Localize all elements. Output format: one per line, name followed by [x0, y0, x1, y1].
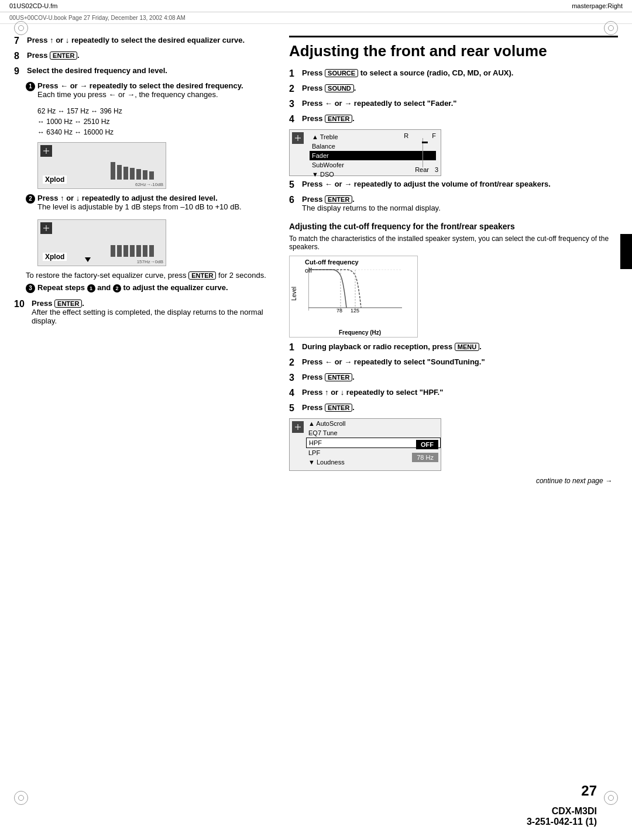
step-7-text: Press ↑ or ↓ Press ↑ or ↓ repeatedly to … — [27, 36, 245, 44]
right-step-2-text: Press SOUND. — [302, 84, 356, 92]
sub-step-2-body: The level is adjustable by 1 dB steps fr… — [37, 202, 272, 211]
cutoff-step-5-num: 5 — [289, 403, 302, 414]
header-left: 01US02CD-U.fm — [9, 2, 58, 9]
freq-table: 62 Hz ↔ 157 Hz ↔ 396 Hz ↔ 1000 Hz ↔ 2510… — [37, 106, 272, 137]
source-key: SOURCE — [325, 69, 358, 77]
step-7: 7 Press ↑ or ↓ Press ↑ or ↓ repeatedly t… — [14, 36, 272, 46]
right-step-3-text: Press ← or → repeatedly to select "Fader… — [302, 99, 457, 108]
right-step-1-text: Press SOURCE to select a source (radio, … — [302, 68, 513, 77]
sub-step-2: 2 Press ↑ or ↓ repeatedly to adjust the … — [26, 194, 272, 266]
sub-step-2-bold: Press ↑ or ↓ repeatedly to adjust the de… — [37, 194, 218, 202]
cutoff-body: To match the characteristics of the inst… — [289, 235, 618, 251]
step-10-text: Press ENTER. — [32, 299, 84, 308]
freq-line-2: ↔ 1000 Hz ↔ 2510 Hz — [37, 116, 272, 127]
sub-step-1-content: Press ← or → repeatedly to select the de… — [37, 81, 272, 102]
freq-line-1: 62 Hz ↔ 157 Hz ↔ 396 Hz — [37, 106, 272, 116]
circle-1: 1 — [26, 82, 35, 91]
eq-bar — [111, 162, 115, 180]
eq-bar — [143, 245, 147, 257]
step-7-num: 7 — [14, 36, 27, 46]
cutoff-step-4-num: 4 — [289, 388, 302, 398]
model-name: CDX-M3DI — [527, 806, 597, 817]
right-step-6-num: 6 — [289, 195, 302, 205]
restore-text: To restore the factory-set equalizer cur… — [26, 271, 272, 280]
cutoff-step-3-num: 3 — [289, 373, 302, 383]
svg-text:78: 78 — [336, 308, 342, 314]
right-step-4: 4 Press ENTER. — [289, 114, 618, 125]
cutoff-step-2-text: Press ← or → repeatedly to select "Sound… — [302, 357, 485, 366]
sub-step-1-bold: Press ← or → repeatedly to select the de… — [37, 81, 243, 90]
right-step-6: 6 Press ENTER. The display returns to th… — [289, 195, 618, 216]
step-9-text: Select the desired frequency and level. — [27, 66, 167, 75]
eq-marker — [85, 257, 91, 262]
eq-display-1-label: Xplod — [43, 175, 67, 184]
eq-bar — [117, 165, 122, 180]
right-column: Adjusting the front and rear volume 1 Pr… — [289, 36, 618, 485]
model-part-number: 3-251-042-11 (1) — [527, 817, 597, 827]
right-step-6-text: Press ENTER. — [302, 195, 355, 204]
eq-bar — [117, 245, 122, 257]
continue-next-page: continue to next page → — [289, 477, 612, 485]
right-step-3-content: Press ← or → repeatedly to select "Fader… — [302, 99, 618, 108]
eq-bar — [123, 245, 128, 257]
right-step-6-body: The display returns to the normal displa… — [302, 204, 618, 212]
cutoff-step-1: 1 During playback or radio reception, pr… — [289, 342, 618, 353]
right-step-5-num: 5 — [289, 180, 302, 190]
cutoff-step-3-content: Press ENTER. — [302, 373, 618, 381]
right-step-4-text: Press ENTER. — [302, 114, 355, 123]
right-step-4-num: 4 — [289, 114, 302, 125]
step-10: 10 Press ENTER. After the effect setting… — [14, 299, 272, 329]
step-9-content: Select the desired frequency and level. — [27, 66, 272, 75]
header-right: masterpage:Right — [572, 2, 623, 9]
enter-key-c2: ENTER — [325, 404, 352, 412]
cutoff-step-2-content: Press ← or → repeatedly to select "Sound… — [302, 357, 618, 366]
right-step-2: 2 Press SOUND. — [289, 84, 618, 94]
eq-bar — [130, 168, 135, 180]
cutoff-level-label: Level — [291, 268, 297, 319]
corner-mark-bl — [14, 791, 28, 805]
hpf-value-78hz: 78 Hz — [412, 453, 438, 462]
page-number: 27 — [581, 783, 597, 799]
sub-step-3: 3 Repeat steps 1 and 2 to adjust the equ… — [26, 283, 272, 293]
eq-bars-2 — [111, 245, 154, 257]
eq-bar — [136, 169, 141, 180]
cutoff-svg: 78 125 — [308, 267, 408, 314]
header-bar: 01US02CD-U.fm masterpage:Right — [0, 0, 632, 12]
cutoff-step-5: 5 Press ENTER. — [289, 403, 618, 414]
right-step-3: 3 Press ← or → repeatedly to select "Fad… — [289, 99, 618, 109]
freq-line-3: ↔ 6340 Hz ↔ 16000 Hz — [37, 127, 272, 137]
right-step-6-content: Press ENTER. The display returns to the … — [302, 195, 618, 216]
step-10-body: After the effect setting is completed, t… — [32, 308, 272, 325]
eq-display-2: Xplod 157Hz→0dB — [37, 219, 166, 266]
eq-icon-2 — [40, 222, 52, 234]
sub-step-3-content: Repeat steps 1 and 2 to adjust the equal… — [37, 283, 272, 292]
eq-display-2-label: Xplod — [43, 253, 67, 261]
corner-mark-br — [604, 791, 618, 805]
fader-indicator — [422, 142, 428, 143]
fader-f-label: F — [432, 132, 436, 139]
circle-2: 2 — [26, 194, 35, 204]
enter-key-c1: ENTER — [325, 373, 352, 381]
sub-step-3-bold: Repeat steps 1 and 2 to adjust the equal… — [37, 283, 228, 292]
right-step-4-content: Press ENTER. — [302, 114, 618, 123]
step-10-content: Press ENTER. After the effect setting is… — [32, 299, 272, 329]
cutoff-step-4-text: Press ↑ or ↓ repeatedly to select "HPF." — [302, 388, 443, 397]
cutoff-step-3-text: Press ENTER. — [302, 373, 355, 381]
enter-key-2: ENTER — [188, 271, 216, 280]
circle-3: 3 — [26, 284, 35, 293]
cutoff-diagram: Level Cut-off frequency off — [289, 256, 418, 338]
eq-display-1: Xplod 62Hz→-10dB — [37, 142, 166, 189]
eq-freq-label-1: 62Hz→-10dB — [135, 182, 163, 187]
cutoff-content: Cut-off frequency off — [303, 256, 417, 337]
step-7-content: Press ↑ or ↓ Press ↑ or ↓ repeatedly to … — [27, 36, 272, 44]
step-8: 8 Press ENTER. — [14, 51, 272, 61]
cutoff-step-4-content: Press ↑ or ↓ repeatedly to select "HPF." — [302, 388, 618, 397]
fader-r-label: R — [404, 132, 408, 139]
step-9-num: 9 — [14, 66, 27, 77]
hpf-display: ▲ AutoScroll EQ7 Tune HPF LPF ▼ Loudness… — [289, 418, 441, 471]
hpf-item-autoscroll: ▲ AutoScroll — [306, 419, 441, 428]
cutoff-step-2-num: 2 — [289, 357, 302, 368]
book-info-bar: 00US+00COV-U.book Page 27 Friday, Decemb… — [0, 12, 632, 24]
right-step-1: 1 Press SOURCE to select a source (radio… — [289, 68, 618, 79]
eq-bar — [130, 245, 135, 257]
